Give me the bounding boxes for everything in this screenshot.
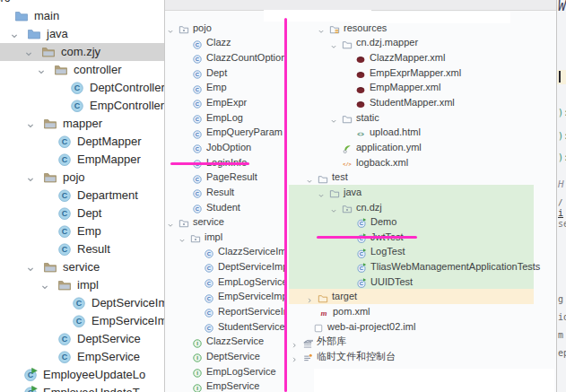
tree-item-dept[interactable]: CDept — [165, 65, 286, 81]
tree-item-deptcontroller[interactable]: CDeptController — [0, 79, 164, 97]
tree-item-label: ReportServiceImpl — [218, 304, 286, 319]
tree-item-empservice[interactable]: CEmpService — [0, 348, 164, 366]
tree-item-label: UUIDTest — [370, 274, 413, 290]
tree-item-empcontroller[interactable]: CEmpController — [0, 97, 164, 115]
tree-item-static[interactable]: static — [287, 110, 556, 126]
class-icon: C — [57, 206, 72, 224]
tree-item-target[interactable]: target — [287, 289, 556, 304]
tree-item-label: DeptController — [90, 79, 164, 97]
tree-item-com-zjy[interactable]: com.zjy — [0, 43, 164, 61]
tree-item-clazzservice[interactable]: IClazzService — [165, 334, 286, 349]
tree-item-studentserviceimpl[interactable]: CStudentServiceImpl — [165, 319, 286, 335]
tree-item-upload-html[interactable]: <>upload.html — [287, 125, 556, 140]
tree-item-emp[interactable]: CEmp — [0, 222, 164, 240]
tree-item-deptservice[interactable]: IDeptService — [165, 349, 286, 364]
tree-item-clazz[interactable]: CClazz — [165, 35, 286, 50]
scratches-icon — [302, 351, 313, 367]
tree-item-label: DeptServiceImpl — [218, 259, 286, 274]
tree-item-employeeupdatelo[interactable]: CEmployeeUpdateLo — [0, 366, 164, 384]
tree-item-label: LoginInfo — [206, 155, 247, 170]
tree-item-pom-xml[interactable]: mpom.xml — [287, 304, 556, 319]
tree-item-deptservice[interactable]: CDeptService — [0, 330, 164, 348]
tree-item-emplogserviceimpl[interactable]: CEmpLogServiceImpl — [165, 274, 286, 290]
tree-item-cn-dzj-mapper[interactable]: cn.dzj.mapper — [287, 35, 556, 50]
tree-item-src[interactable]: src — [0, 0, 164, 7]
tree-item-empexpr[interactable]: CEmpExpr — [165, 95, 286, 110]
tree-item-label: EmpMapper — [77, 151, 141, 169]
tree-item-jwttest[interactable]: CJwtTest — [287, 230, 556, 245]
tree-item-label: EmpController — [90, 97, 164, 115]
tree-item-emp[interactable]: CEmp — [165, 80, 286, 95]
tree-item-cn-dzj[interactable]: cn.dzj — [287, 200, 556, 215]
tree-item-empexprmapper-xml[interactable]: EmpExprMapper.xml — [287, 65, 556, 81]
tree-item-result[interactable]: CResult — [0, 240, 164, 258]
tree-item-clazzmapper-xml[interactable]: ClazzMapper.xml — [287, 50, 556, 65]
tree-item-java[interactable]: java — [0, 25, 164, 43]
tree-item-deptserviceimpl[interactable]: CDeptServiceImpl — [165, 259, 286, 274]
tree-item-clazzserviceimpl[interactable]: CClazzServiceImpl — [165, 244, 286, 259]
tree-item-impl[interactable]: impl — [165, 230, 286, 245]
tree-item-deptserviceim[interactable]: CDeptServiceIm — [0, 294, 164, 312]
chevron-right-icon[interactable] — [290, 352, 299, 368]
tree-item-pojo[interactable]: pojo — [0, 169, 164, 187]
tree-item-emplog[interactable]: CEmpLog — [165, 110, 286, 126]
editor-caret — [559, 71, 561, 83]
tree-item-emplogservice[interactable]: IEmpLogService — [165, 364, 286, 379]
editor-text-fragment: i — [558, 208, 563, 218]
tree-item-clazzcountoption[interactable]: CClazzCountOption — [165, 50, 286, 65]
tree-item-label: logback.xml — [356, 155, 408, 170]
tree-item-logback-xml[interactable]: </>logback.xml — [287, 155, 556, 170]
tree-item-service[interactable]: service — [0, 258, 164, 276]
svg-text:C: C — [74, 83, 81, 92]
svg-text:C: C — [360, 251, 364, 257]
tree-item-empserviceim[interactable]: CEmpServiceIm — [0, 312, 164, 330]
tree-item-logtest[interactable]: CLogTest — [287, 244, 556, 259]
svg-text:</>: </> — [343, 162, 351, 168]
tree-item-service[interactable]: service — [165, 214, 286, 230]
tree-item-studentmapper-xml[interactable]: StudentMapper.xml — [287, 95, 556, 110]
tree-item-student[interactable]: CStudent — [165, 200, 286, 215]
tree-item-uuidtest[interactable]: CUUIDTest — [287, 274, 556, 290]
tree-item-label: upload.html — [370, 125, 421, 140]
project-tree-panel-right: pojoCClazzCClazzCountOptionCDeptCEmpCEmp… — [164, 0, 556, 392]
project-tree-panel-left: srcmainjavacom.zjycontrollerCDeptControl… — [0, 0, 164, 392]
tree-item-mapper[interactable]: mapper — [0, 115, 164, 133]
package-icon — [43, 117, 57, 135]
tree-item-test[interactable]: test — [287, 170, 556, 185]
tree-item-label: service — [193, 214, 224, 230]
tree-item-reportserviceimpl[interactable]: CReportServiceImpl — [165, 304, 286, 319]
tree-item-application-yml[interactable]: application.yml — [287, 140, 556, 155]
tree-item-empmapper[interactable]: CEmpMapper — [0, 151, 164, 169]
tree-item-main[interactable]: main — [0, 7, 164, 25]
tree-item-web-ai-project02-iml[interactable]: web-ai-project02.iml — [287, 319, 556, 335]
tree-item-pojo[interactable]: pojo — [165, 21, 286, 36]
tree-item-empmapper-xml[interactable]: EmpMapper.xml — [287, 80, 556, 95]
svg-text:C: C — [76, 317, 83, 326]
tree-item-pageresult[interactable]: CPageResult — [165, 170, 286, 185]
tree-item-label: src — [0, 0, 10, 7]
tree-item-result[interactable]: CResult — [165, 185, 286, 200]
tree-item-tliaswebmanagementapplicationtests[interactable]: CTliasWebManagementApplicationTests — [287, 259, 556, 274]
tree-item-department[interactable]: CDepartment — [0, 187, 164, 205]
tree-item-java[interactable]: java — [287, 185, 556, 200]
tree-item-empservice[interactable]: IEmpService — [165, 379, 286, 392]
tree-item-impl[interactable]: impl — [0, 276, 164, 294]
tree-item-empserviceimpl[interactable]: CEmpServiceImpl — [165, 289, 286, 304]
tree-item-joboption[interactable]: CJobOption — [165, 140, 286, 155]
tree-item-employeeupdatet[interactable]: CEmployeeUpdateT — [0, 384, 164, 392]
tree-item-deptmapper[interactable]: CDeptMapper — [0, 133, 164, 151]
tree-item-dept[interactable]: CDept — [0, 205, 164, 222]
tree-item-logininfo[interactable]: CLoginInfo — [165, 155, 286, 170]
tree-item-resources[interactable]: resources — [287, 21, 556, 36]
tree-item-row[interactable]: 外部库 — [287, 334, 556, 349]
svg-text:C: C — [207, 296, 212, 301]
svg-text:C: C — [196, 57, 200, 63]
tree-item-label: ClazzMapper.xml — [370, 50, 445, 65]
tree-item-demo[interactable]: CDemo — [287, 214, 556, 230]
tree-item-empqueryparam[interactable]: CEmpQueryParam — [165, 125, 286, 140]
erased-area — [314, 369, 554, 392]
svg-text:C: C — [196, 177, 200, 182]
svg-text:C: C — [207, 311, 212, 317]
tree-item-row[interactable]: 临时文件和控制台 — [287, 349, 556, 364]
tree-item-controller[interactable]: controller — [0, 61, 164, 79]
